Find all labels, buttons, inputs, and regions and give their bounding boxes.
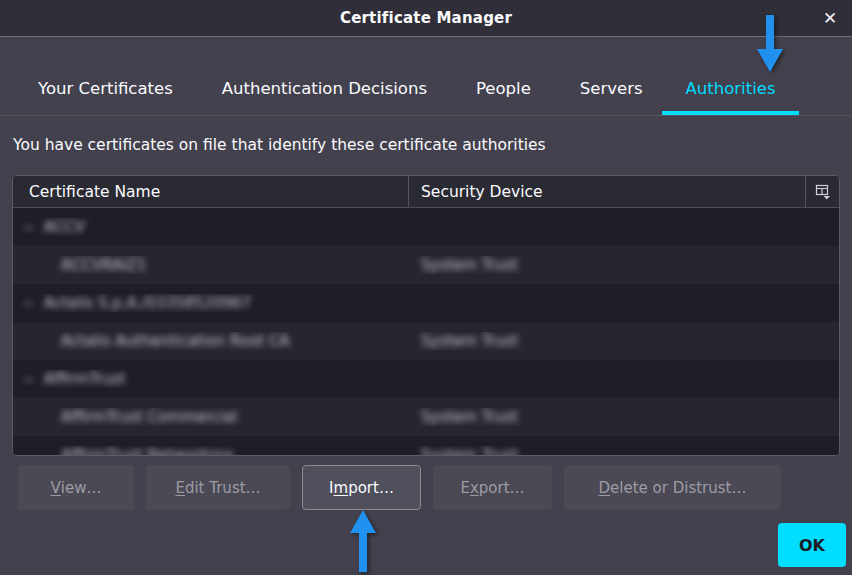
certificate-name-text: Actalis Authentication Root CA bbox=[61, 332, 290, 350]
tab-servers[interactable]: Servers bbox=[580, 79, 643, 115]
close-icon[interactable]: ✕ bbox=[819, 7, 841, 29]
tab-your-certificates[interactable]: Your Certificates bbox=[38, 79, 173, 115]
certificate-name-text: ACCVRAIZ1 bbox=[61, 256, 147, 274]
collapse-twisty-icon[interactable]: − bbox=[23, 371, 35, 387]
security-device-text: System Trust bbox=[421, 408, 518, 426]
table-row[interactable]: AffirmTrust CommercialSystem Trust bbox=[13, 398, 839, 436]
security-device-cell: System Trust bbox=[409, 408, 839, 426]
annotation-arrow-up-icon bbox=[349, 510, 377, 572]
certificate-name-cell: AffirmTrust Commercial bbox=[13, 408, 409, 426]
security-device-text: System Trust bbox=[421, 332, 518, 350]
certificate-name-cell: Actalis Authentication Root CA bbox=[13, 332, 409, 350]
security-device-cell: System Trust bbox=[409, 256, 839, 274]
certificate-name-cell: AffirmTrust Networking bbox=[13, 446, 409, 456]
edit-trust-button[interactable]: Edit Trust… bbox=[146, 465, 290, 510]
table-body: −ACCVACCVRAIZ1System Trust−Actalis S.p.A… bbox=[13, 208, 839, 456]
table-row[interactable]: −AffirmTrust bbox=[13, 360, 839, 398]
titlebar: Certificate Manager ✕ bbox=[0, 0, 852, 37]
table-row[interactable]: −Actalis S.p.A./03358520967 bbox=[13, 284, 839, 322]
certificate-name-cell: ACCVRAIZ1 bbox=[13, 256, 409, 274]
tab-authorities[interactable]: Authorities bbox=[662, 79, 800, 115]
dialog-title: Certificate Manager bbox=[340, 9, 512, 27]
column-picker-button[interactable] bbox=[805, 176, 839, 207]
certificate-name-cell: −Actalis S.p.A./03358520967 bbox=[13, 294, 409, 312]
column-header-certificate-name[interactable]: Certificate Name bbox=[13, 176, 409, 207]
collapse-twisty-icon[interactable]: − bbox=[23, 219, 35, 235]
certificate-name-text: AffirmTrust Commercial bbox=[61, 408, 237, 426]
security-device-text: System Trust bbox=[421, 256, 518, 274]
certificate-name-cell: −ACCV bbox=[13, 218, 409, 236]
action-button-row: View… Edit Trust… Import… Export… Delete… bbox=[18, 465, 781, 510]
tab-authentication-decisions[interactable]: Authentication Decisions bbox=[222, 79, 427, 115]
column-picker-icon bbox=[815, 184, 831, 200]
export-button[interactable]: Export… bbox=[433, 465, 552, 510]
view-button[interactable]: View… bbox=[18, 465, 134, 510]
security-device-text: System Trust bbox=[421, 446, 518, 456]
certificate-name-text: ACCV bbox=[44, 218, 85, 236]
security-device-cell: System Trust bbox=[409, 332, 839, 350]
delete-or-distrust-button[interactable]: Delete or Distrust… bbox=[564, 465, 781, 510]
collapse-twisty-icon[interactable]: − bbox=[23, 295, 35, 311]
certificate-manager-dialog: Certificate Manager ✕ Your Certificates … bbox=[0, 0, 852, 575]
certificate-name-text: AffirmTrust Networking bbox=[61, 446, 233, 456]
certificates-table: Certificate Name Security Device −ACCVAC… bbox=[12, 175, 840, 456]
description-text: You have certificates on file that ident… bbox=[13, 136, 546, 154]
column-header-security-device[interactable]: Security Device bbox=[409, 176, 805, 207]
security-device-cell: System Trust bbox=[409, 446, 839, 456]
tab-bar: Your Certificates Authentication Decisio… bbox=[0, 38, 852, 116]
import-button[interactable]: Import… bbox=[302, 465, 421, 510]
table-row[interactable]: ACCVRAIZ1System Trust bbox=[13, 246, 839, 284]
tab-people[interactable]: People bbox=[476, 79, 531, 115]
certificate-name-cell: −AffirmTrust bbox=[13, 370, 409, 388]
table-header: Certificate Name Security Device bbox=[13, 176, 839, 208]
table-row[interactable]: Actalis Authentication Root CASystem Tru… bbox=[13, 322, 839, 360]
table-row[interactable]: −ACCV bbox=[13, 208, 839, 246]
ok-button[interactable]: OK bbox=[778, 523, 846, 567]
table-row[interactable]: AffirmTrust NetworkingSystem Trust bbox=[13, 436, 839, 456]
certificate-name-text: AffirmTrust bbox=[44, 370, 126, 388]
certificate-name-text: Actalis S.p.A./03358520967 bbox=[44, 294, 252, 312]
